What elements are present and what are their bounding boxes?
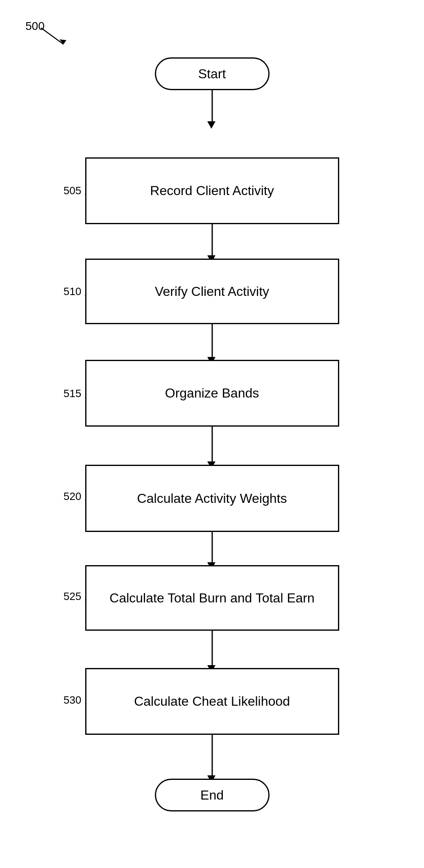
step-515-box: Organize Bands <box>85 360 339 427</box>
start-capsule: Start <box>155 57 270 90</box>
step-505-box: Record Client Activity <box>85 157 339 224</box>
arrow-3 <box>211 324 213 359</box>
end-capsule: End <box>155 779 270 811</box>
step-515-text: Organize Bands <box>165 386 259 401</box>
step-520-text: Calculate Activity Weights <box>137 491 287 506</box>
flowchart-container: 500 Start 505 Record Client Activity 510… <box>0 0 424 868</box>
step-530-box: Calculate Cheat Likelihood <box>85 668 339 735</box>
step-510-text: Verify Client Activity <box>155 284 269 299</box>
step-525-box: Calculate Total Burn and Total Earn <box>85 565 339 631</box>
arrow-4 <box>211 427 213 463</box>
step-505-text: Record Client Activity <box>150 183 274 198</box>
step-525-text: Calculate Total Burn and Total Earn <box>109 591 314 606</box>
arrowhead-1 <box>207 121 215 129</box>
figure-arrow-icon <box>37 24 70 48</box>
arrow-7 <box>211 735 213 777</box>
arrow-2 <box>211 224 213 257</box>
arrow-5 <box>211 532 213 564</box>
start-label: Start <box>198 66 226 82</box>
step-530-text: Calculate Cheat Likelihood <box>134 694 290 709</box>
arrow-6 <box>211 631 213 667</box>
step-510-box: Verify Client Activity <box>85 259 339 324</box>
step-520-box: Calculate Activity Weights <box>85 465 339 532</box>
arrow-1 <box>211 90 213 123</box>
svg-line-0 <box>41 28 63 44</box>
end-label: End <box>200 788 224 803</box>
